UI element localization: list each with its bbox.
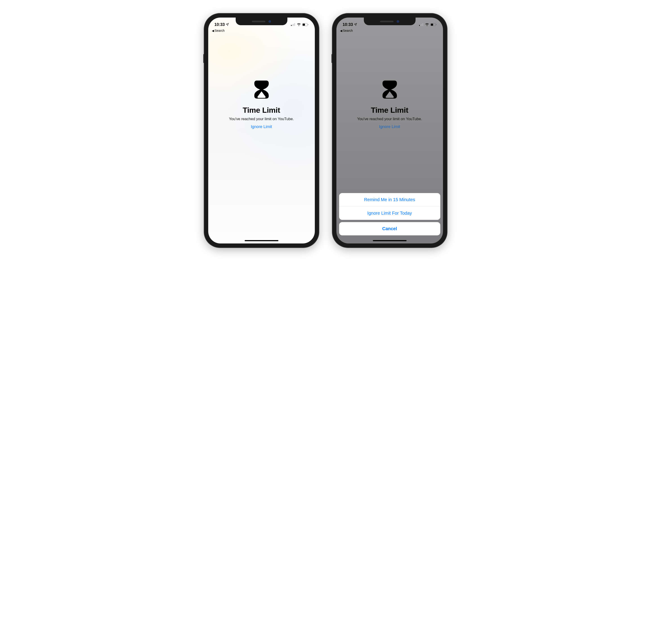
notch [236,18,287,25]
location-icon [226,23,229,27]
svg-rect-13 [436,24,436,25]
action-sheet-options: Remind Me in 15 Minutes Ignore Limit For… [339,193,440,220]
svg-rect-10 [423,23,423,26]
ignore-for-today-button[interactable]: Ignore Limit For Today [339,206,440,220]
svg-rect-7 [419,25,420,26]
back-to-search[interactable]: ◀ Search [212,29,225,32]
svg-rect-8 [420,25,421,26]
time-limit-content: Time Limit You've reached your limit on … [208,18,315,243]
cellular-signal-icon [291,23,296,26]
svg-rect-3 [294,23,295,26]
status-time: 10:33 [215,22,225,27]
svg-rect-9 [422,24,422,26]
battery-icon [430,23,437,26]
battery-icon [302,23,309,26]
svg-rect-5 [303,24,305,26]
screen: 10:33 ◀ Search [208,18,315,243]
speaker-grill [252,21,265,22]
front-camera [269,20,271,23]
phone-mockup-left: 10:33 ◀ Search [204,13,319,247]
back-label: Search [343,29,353,32]
ignore-limit-link[interactable]: Ignore Limit [251,124,272,129]
svg-rect-6 [308,24,308,25]
svg-rect-1 [292,25,293,26]
svg-rect-2 [293,24,294,26]
cancel-button[interactable]: Cancel [339,222,440,235]
time-limit-title: Time Limit [243,106,280,115]
cellular-signal-icon [419,23,424,26]
hourglass-icon [254,81,269,99]
time-limit-subtitle: You've reached your limit on YouTube. [357,117,422,121]
svg-rect-12 [431,24,433,26]
home-indicator[interactable] [245,240,278,241]
front-camera [397,20,399,23]
back-to-search[interactable]: ◀ Search [340,29,353,32]
location-icon [354,23,357,27]
speaker-grill [380,21,394,22]
action-sheet: Remind Me in 15 Minutes Ignore Limit For… [339,193,440,235]
back-chevron-icon: ◀ [340,29,342,32]
back-label: Search [215,29,225,32]
time-limit-subtitle: You've reached your limit on YouTube. [229,117,294,121]
svg-rect-0 [291,25,292,26]
status-time: 10:33 [343,22,353,27]
remind-15-minutes-button[interactable]: Remind Me in 15 Minutes [339,193,440,206]
time-limit-title: Time Limit [371,106,408,115]
ignore-limit-link[interactable]: Ignore Limit [379,124,400,129]
home-indicator[interactable] [373,240,407,241]
wifi-icon [297,23,301,26]
screen: 10:33 ◀ Search [336,18,443,243]
hourglass-icon [382,81,397,99]
phone-mockup-right: 10:33 ◀ Search [332,13,447,247]
notch [364,18,415,25]
back-chevron-icon: ◀ [212,29,214,32]
wifi-icon [425,23,429,26]
